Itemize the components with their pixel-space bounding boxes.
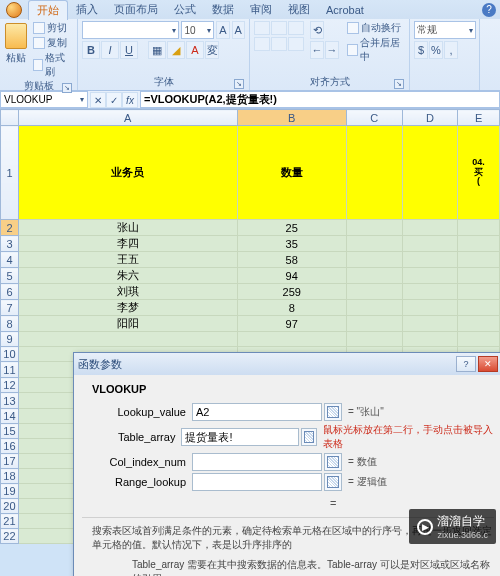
row-header[interactable]: 20 [1, 499, 19, 514]
font-color-button[interactable]: A [186, 41, 204, 59]
align-bottom[interactable] [288, 21, 304, 35]
row-header[interactable]: 8 [1, 316, 19, 332]
cell[interactable] [458, 252, 500, 268]
row-header[interactable]: 14 [1, 409, 19, 424]
arg-range-lookup-refbtn[interactable] [324, 473, 342, 491]
row-header[interactable]: 4 [1, 252, 19, 268]
align-top[interactable] [254, 21, 270, 35]
cell[interactable] [346, 284, 402, 300]
cell[interactable] [346, 236, 402, 252]
copy-button[interactable]: 复制 [31, 36, 73, 50]
phonetic-button[interactable]: 変 [205, 41, 219, 59]
row-header[interactable]: 18 [1, 469, 19, 484]
cell[interactable] [346, 300, 402, 316]
italic-button[interactable]: I [101, 41, 119, 59]
font-name-combo[interactable]: ▾ [82, 21, 179, 39]
cell[interactable] [346, 126, 402, 220]
cell[interactable] [458, 220, 500, 236]
col-header-B[interactable]: B [237, 110, 346, 126]
col-header-D[interactable]: D [402, 110, 458, 126]
row-header[interactable]: 17 [1, 454, 19, 469]
cell[interactable] [402, 284, 458, 300]
row-header[interactable]: 16 [1, 439, 19, 454]
cell[interactable] [458, 284, 500, 300]
cell[interactable] [402, 236, 458, 252]
col-header-C[interactable]: C [346, 110, 402, 126]
row-header[interactable]: 3 [1, 236, 19, 252]
row-header[interactable]: 21 [1, 514, 19, 529]
cell[interactable]: 王五 [18, 252, 237, 268]
inc-indent[interactable]: → [325, 41, 339, 59]
row-header[interactable]: 1 [1, 126, 19, 220]
cell[interactable]: 刘琪 [18, 284, 237, 300]
arg-range-lookup-input[interactable] [192, 473, 322, 491]
cell[interactable] [402, 332, 458, 347]
fx-button[interactable]: fx [122, 92, 138, 108]
cell[interactable] [458, 236, 500, 252]
row-header[interactable]: 2 [1, 220, 19, 236]
arg-lookup-value-refbtn[interactable] [324, 403, 342, 421]
office-button[interactable] [6, 2, 22, 18]
row-header[interactable]: 19 [1, 484, 19, 499]
cell[interactable] [18, 332, 237, 347]
arg-table-array-refbtn[interactable] [301, 428, 317, 446]
row-header[interactable]: 11 [1, 362, 19, 378]
percent-button[interactable]: % [429, 41, 443, 59]
cell[interactable] [346, 252, 402, 268]
cell[interactable] [346, 220, 402, 236]
cell[interactable] [458, 268, 500, 284]
arg-col-index-input[interactable] [192, 453, 322, 471]
row-header[interactable]: 9 [1, 332, 19, 347]
tab-data[interactable]: 数据 [204, 0, 242, 19]
wrap-text-button[interactable]: 自动换行 [345, 21, 405, 35]
cell[interactable]: 阳阳 [18, 316, 237, 332]
cell[interactable] [402, 316, 458, 332]
tab-review[interactable]: 审阅 [242, 0, 280, 19]
comma-button[interactable]: , [444, 41, 458, 59]
cell[interactable] [402, 220, 458, 236]
cell[interactable]: 业务员 [18, 126, 237, 220]
number-format-combo[interactable]: 常规▾ [414, 21, 476, 39]
row-header[interactable]: 22 [1, 529, 19, 544]
cell[interactable] [402, 300, 458, 316]
row-header[interactable]: 15 [1, 424, 19, 439]
enter-formula-button[interactable]: ✓ [106, 92, 122, 108]
font-launcher[interactable]: ↘ [234, 79, 244, 89]
border-button[interactable]: ▦ [148, 41, 166, 59]
tab-insert[interactable]: 插入 [68, 0, 106, 19]
cell[interactable]: 35 [237, 236, 346, 252]
cell[interactable]: 8 [237, 300, 346, 316]
row-header[interactable]: 5 [1, 268, 19, 284]
cell[interactable] [346, 332, 402, 347]
row-header[interactable]: 10 [1, 347, 19, 362]
align-right[interactable] [288, 37, 304, 51]
align-left[interactable] [254, 37, 270, 51]
cell[interactable] [402, 252, 458, 268]
font-size-combo[interactable]: 10▾ [181, 21, 214, 39]
cell[interactable] [346, 268, 402, 284]
dec-indent[interactable]: ← [310, 41, 324, 59]
cell[interactable] [402, 268, 458, 284]
cell[interactable]: 朱六 [18, 268, 237, 284]
cell[interactable]: 58 [237, 252, 346, 268]
cell[interactable] [458, 332, 500, 347]
fill-color-button[interactable]: ◢ [167, 41, 185, 59]
cell[interactable]: 94 [237, 268, 346, 284]
dialog-help-button[interactable]: ? [456, 356, 476, 372]
cell[interactable]: 97 [237, 316, 346, 332]
align-middle[interactable] [271, 21, 287, 35]
cell[interactable]: 李梦 [18, 300, 237, 316]
format-painter-button[interactable]: 格式刷 [31, 51, 73, 79]
bold-button[interactable]: B [82, 41, 100, 59]
cell[interactable]: 李四 [18, 236, 237, 252]
align-center[interactable] [271, 37, 287, 51]
underline-button[interactable]: U [120, 41, 138, 59]
tab-home[interactable]: 开始 [28, 0, 68, 20]
cell[interactable] [402, 126, 458, 220]
cell[interactable] [458, 316, 500, 332]
col-header-E[interactable]: E [458, 110, 500, 126]
cell[interactable]: 04.买( [458, 126, 500, 220]
cell[interactable]: 张山 [18, 220, 237, 236]
cancel-formula-button[interactable]: ✕ [90, 92, 106, 108]
dialog-titlebar[interactable]: 函数参数 ? ✕ [74, 353, 500, 375]
